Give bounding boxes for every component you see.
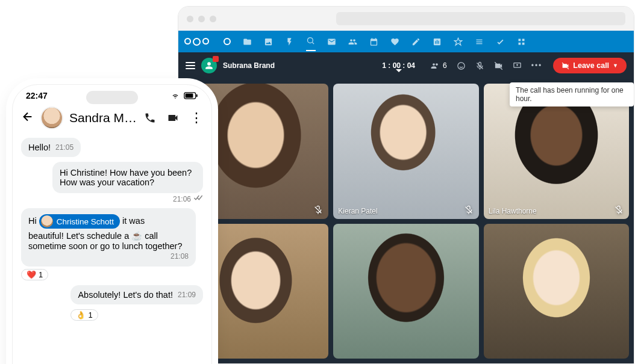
more-menu-icon[interactable]: ⋮ (190, 111, 203, 125)
voice-call-icon[interactable] (144, 112, 156, 124)
message-text: Hi Christine! How have you been? How was… (60, 168, 192, 187)
message-text: Hello! (28, 143, 51, 152)
message-time: 21:08 (170, 252, 189, 261)
reaction-chip[interactable]: ❤️ 1 (21, 269, 48, 280)
contact-name[interactable]: Sandra M… (69, 111, 138, 125)
participant-name: Kieran Patel (338, 207, 377, 215)
video-grid: bourne Kieran Patel Lila Hawthorne (178, 79, 634, 363)
calendar-icon[interactable] (369, 37, 378, 46)
app-nav (224, 36, 526, 48)
mic-muted-icon (613, 205, 624, 215)
message-time: 21:09 (178, 291, 196, 299)
message-text-body: beautiful! Let's schedule a ☕ call somet… (28, 231, 183, 251)
more-actions-icon[interactable]: ••• (531, 61, 543, 70)
svg-rect-4 (186, 94, 193, 98)
participants-count[interactable]: 6 (431, 61, 447, 70)
mic-toggle-icon[interactable] (475, 61, 484, 70)
message-time: 21:05 (55, 143, 74, 152)
chat-header: Sandra M… ⋮ (13, 103, 211, 135)
window-close-dot[interactable] (187, 16, 193, 22)
message-text-pre: Hi (28, 216, 39, 226)
mic-muted-icon (463, 205, 474, 215)
call-header: Subrana Brand 1 : 00 : 04 6 ••• Leave ca… (178, 52, 634, 79)
svg-point-0 (308, 37, 313, 43)
conversation-name[interactable]: Subrana Brand (223, 61, 275, 70)
browser-chrome (178, 7, 634, 31)
grid-icon[interactable] (517, 37, 526, 46)
read-receipt-icon (193, 194, 203, 203)
favorites-icon[interactable] (390, 37, 399, 46)
deck-icon[interactable] (433, 37, 442, 46)
call-timer: 1 : 00 : 04 (382, 61, 415, 70)
svg-point-1 (458, 62, 465, 69)
sidebar-toggle-icon[interactable] (186, 62, 195, 69)
participant-tile[interactable] (484, 224, 629, 359)
contact-avatar[interactable] (40, 106, 63, 129)
message-time: 21:06 (173, 195, 191, 203)
notes-icon[interactable] (411, 37, 421, 46)
wifi-icon (170, 92, 180, 99)
mention-pill[interactable]: Christine Schott (39, 214, 120, 229)
reaction-emoji: ❤️ (27, 270, 36, 279)
talk-icon[interactable] (306, 36, 315, 48)
tasks-check-icon[interactable] (496, 37, 505, 46)
nextcloud-logo-icon[interactable] (184, 38, 209, 46)
mention-avatar (41, 215, 53, 227)
chevron-down-icon: ▼ (613, 63, 618, 69)
screenshare-icon[interactable] (513, 61, 522, 70)
reaction-count: 1 (88, 310, 92, 319)
photos-icon[interactable] (264, 37, 273, 46)
activity-icon[interactable] (285, 37, 294, 46)
camera-toggle-icon[interactable] (494, 61, 503, 70)
reaction-chip[interactable]: 👌 1 (70, 309, 98, 321)
reaction-emoji: 👌 (76, 310, 86, 319)
list-icon[interactable] (475, 37, 484, 46)
chat-thread[interactable]: Hello! 21:05 Hi Christine! How have you … (13, 135, 211, 323)
dynamic-island (86, 91, 138, 104)
status-time: 22:47 (26, 91, 48, 100)
svg-rect-5 (196, 94, 198, 97)
participant-tile[interactable]: Kieran Patel (333, 84, 478, 219)
leave-call-button[interactable]: Leave call ▼ (553, 58, 627, 73)
nextcloud-topbar (178, 31, 634, 52)
files-icon[interactable] (243, 37, 252, 46)
reactions-icon[interactable] (457, 61, 466, 70)
chat-message[interactable]: Hi Christine Schott it was beautiful! Le… (21, 208, 196, 280)
chat-message[interactable]: Hello! 21:05 (21, 138, 81, 157)
chat-message[interactable]: Hi Christine! How have you been? How was… (52, 162, 203, 203)
browser-window: Subrana Brand 1 : 00 : 04 6 ••• Leave ca… (178, 6, 634, 364)
contacts-icon[interactable] (348, 37, 357, 46)
dashboard-icon[interactable] (224, 38, 231, 45)
mail-icon[interactable] (327, 37, 336, 46)
conversation-avatar[interactable] (201, 58, 217, 73)
star-icon[interactable] (454, 37, 463, 46)
window-min-dot[interactable] (198, 16, 205, 22)
message-text: Absolutely! Let's do that! (78, 290, 173, 300)
participant-name: Lila Hawthorne (489, 207, 537, 215)
back-button[interactable] (21, 110, 34, 126)
notification-badge (213, 56, 219, 62)
mic-muted-icon (313, 205, 324, 215)
battery-icon (184, 92, 198, 99)
timer-tooltip: The call has been running for one hour. (510, 82, 634, 106)
reaction-count: 1 (39, 270, 43, 279)
chat-message[interactable]: Absolutely! Let's do that! 21:09 👌 1 (70, 285, 203, 321)
video-call-icon[interactable] (167, 112, 179, 124)
participant-tile[interactable] (333, 224, 478, 359)
message-text-post: it was (122, 216, 145, 226)
phone-frame: 22:47 Sandra M… ⋮ Hello! 21:05 Hi Christ… (12, 84, 212, 364)
window-max-dot[interactable] (210, 16, 216, 22)
address-bar[interactable] (336, 12, 625, 25)
